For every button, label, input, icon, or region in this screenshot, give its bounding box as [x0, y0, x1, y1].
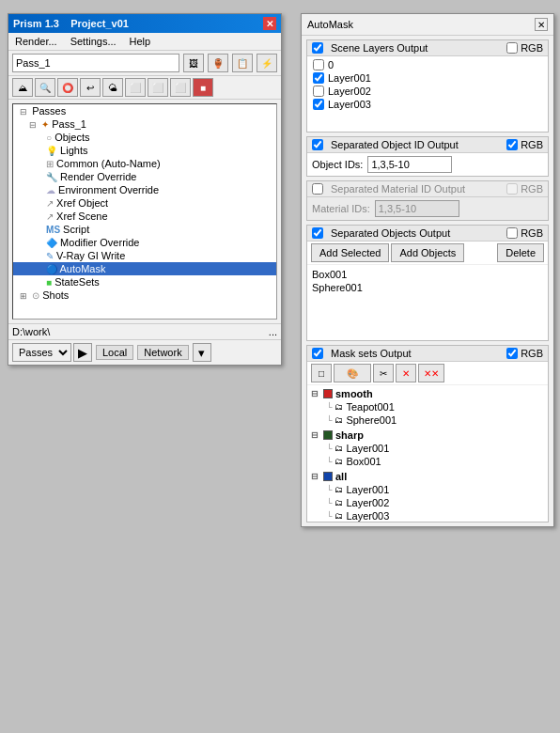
pass-icon-btn3[interactable]: 📋	[232, 54, 253, 72]
prism-close-button[interactable]: ✕	[263, 17, 276, 30]
automask-close-button[interactable]: ✕	[535, 18, 548, 31]
tree-vray-gi[interactable]: ✎ V-Ray GI Write	[13, 249, 276, 262]
tree-automask[interactable]: 🔵 AutoMask	[13, 262, 276, 275]
ms-group-all-header[interactable]: ⊟ all	[311, 470, 544, 483]
menu-render[interactable]: Render...	[12, 35, 60, 48]
sep-object-id-rgb-checkbox[interactable]	[506, 139, 518, 150]
pass-input[interactable]	[12, 54, 179, 72]
mask-sets-rgb-checkbox[interactable]	[506, 348, 518, 359]
toolbar-btn8[interactable]: ⬜	[170, 78, 191, 97]
ms-del-btn2[interactable]: ✕	[396, 364, 416, 382]
tree-xref-object[interactable]: ↗ Xref Object	[13, 196, 276, 210]
sep-material-id-rgb-checkbox[interactable]	[506, 183, 518, 195]
layer-0-checkbox[interactable]	[313, 59, 324, 70]
toolbar-btn3[interactable]: ⭕	[57, 78, 78, 97]
layer-0-item: 0	[311, 58, 544, 71]
scene-layers-rgb-checkbox[interactable]	[506, 42, 518, 54]
ms-del-btn3[interactable]: ✕✕	[418, 364, 444, 382]
toolbar-btn5[interactable]: 🌤	[102, 78, 123, 97]
toolbar-btn9[interactable]: ■	[193, 78, 213, 97]
layer002-checkbox[interactable]	[313, 86, 324, 97]
nav-network-btn[interactable]: Network	[137, 345, 188, 360]
object-sphere001: Sphere001	[312, 281, 543, 294]
sep-objects-checkbox[interactable]	[312, 227, 323, 239]
scene-layers-section: Scene Layers Output RGB 0 Layer001 Layer…	[306, 39, 549, 133]
toolbar-btn7[interactable]: ⬜	[148, 78, 168, 97]
toolbar-btn4[interactable]: ↩	[80, 78, 101, 97]
object-box001: Box001	[312, 268, 543, 281]
object-ids-input[interactable]	[367, 156, 452, 173]
tree-script[interactable]: MS Script	[13, 223, 276, 236]
ms-group-all: ⊟ all └ 🗂 Layer001 └ 🗂 Layer002 └ 🗂	[311, 470, 544, 522]
tree-xref-scene[interactable]: ↗ Xref Scene	[13, 210, 276, 223]
toolbar-btn2[interactable]: 🔍	[35, 78, 55, 97]
nav-extra-btn[interactable]: ▾	[193, 343, 211, 362]
toolbar-btn1[interactable]: ⛰	[12, 78, 33, 97]
toolbar-btn6[interactable]: ⬜	[125, 78, 146, 97]
sharp-color-swatch	[323, 430, 333, 440]
delete-button[interactable]: Delete	[497, 243, 544, 262]
tree-render-override[interactable]: 🔧 Render Override	[13, 170, 276, 183]
tree-env-override[interactable]: ☁ Environment Override	[13, 183, 276, 196]
layer-0-name: 0	[328, 59, 334, 70]
scene-layers-checkbox[interactable]	[312, 42, 323, 54]
tree-statesets[interactable]: ■ StateSets	[13, 275, 276, 289]
ms-group-sharp-header[interactable]: ⊟ sharp	[311, 429, 544, 442]
ms-sharp-box001: └ 🗂 Box001	[311, 455, 544, 468]
sep-material-id-header: Separated Material ID Output RGB	[307, 181, 548, 197]
sep-object-id-label: Separated Object ID Output	[331, 139, 459, 150]
ms-add-btn[interactable]: □	[311, 364, 332, 382]
tree-modifier-override[interactable]: 🔷 Modifier Override	[13, 236, 276, 249]
menu-settings[interactable]: Settings...	[68, 35, 119, 48]
nav-play-btn[interactable]: ▶	[73, 343, 92, 362]
tree-objects[interactable]: ○ Objects	[13, 131, 276, 144]
sep-object-ids-row: Object IDs:	[307, 153, 548, 176]
tree-lights[interactable]: 💡 Lights	[13, 144, 276, 157]
sep-objects-section: Separated Objects Output RGB Add Selecte…	[306, 225, 549, 341]
path-bar: D:\work\ ...	[8, 324, 281, 339]
mask-sets-header: Mask sets Output RGB	[307, 346, 548, 362]
all-group-label: all	[335, 471, 347, 482]
pass-icon-btn4[interactable]: ⚡	[257, 54, 277, 72]
nav-select[interactable]: Passes	[12, 343, 71, 362]
tree-common[interactable]: ⊞ Common (Auto-Name)	[13, 157, 276, 170]
layer003-checkbox[interactable]	[313, 99, 324, 110]
sep-object-id-checkbox[interactable]	[312, 139, 323, 150]
tree-shots[interactable]: ⊞ ⊙ Shots	[13, 289, 276, 302]
mask-sets-rgb-label: RGB	[521, 348, 543, 359]
pass-selector-row: 🖼 🏺 📋 ⚡	[8, 51, 281, 76]
tree-passes-root[interactable]: ⊟ Passes	[13, 104, 276, 117]
ms-del-btn1[interactable]: ✂	[373, 364, 394, 382]
ms-sphere001: └ 🗂 Sphere001	[311, 413, 544, 427]
menu-help[interactable]: Help	[127, 35, 154, 48]
mask-sets-tree: ⊟ smooth └ 🗂 Teapot001 └ 🗂 Sphere001	[307, 385, 548, 522]
ms-group-smooth: ⊟ smooth └ 🗂 Teapot001 └ 🗂 Sphere001	[311, 387, 544, 427]
pass-icon-btn2[interactable]: 🏺	[208, 54, 228, 72]
sep-objects-rgb-checkbox[interactable]	[506, 227, 518, 239]
scene-layers-list: 0 Layer001 Layer002 Layer003	[307, 56, 548, 132]
pass-icon-btn1[interactable]: 🖼	[183, 54, 204, 72]
prism-bottom-bar: D:\work\ ... Passes ▶ Local Network ▾	[8, 323, 281, 365]
ms-group-smooth-header[interactable]: ⊟ smooth	[311, 387, 544, 400]
scene-layers-rgb-label: RGB	[521, 42, 543, 54]
nav-local-btn[interactable]: Local	[96, 345, 133, 360]
smooth-group-label: smooth	[335, 388, 373, 399]
layer001-checkbox[interactable]	[313, 72, 324, 84]
mask-sets-checkbox[interactable]	[312, 348, 323, 359]
all-color-swatch	[323, 472, 333, 481]
sep-material-id-checkbox[interactable]	[312, 183, 323, 195]
ms-edit-btn[interactable]: 🎨	[334, 364, 371, 382]
nav-dropdown: Passes ▶	[12, 343, 92, 362]
sep-objects-rgb-label: RGB	[521, 227, 543, 239]
automask-title-text: AutoMask	[307, 19, 353, 30]
sep-objects-buttons-row: Add Selected Add Objects Delete	[307, 242, 548, 265]
object-ids-label: Object IDs:	[312, 159, 363, 170]
sep-material-id-rgb-label: RGB	[521, 183, 543, 195]
add-objects-button[interactable]: Add Objects	[391, 243, 464, 262]
automask-window: AutoMask ✕ Scene Layers Output RGB 0 Lay…	[301, 13, 554, 527]
sep-object-id-rgb-label: RGB	[521, 139, 543, 150]
layer002-name: Layer002	[328, 86, 371, 97]
add-selected-button[interactable]: Add Selected	[311, 243, 389, 262]
tree-pass1-node[interactable]: ⊟ ✦ Pass_1	[13, 117, 276, 131]
sep-material-id-section: Separated Material ID Output RGB Materia…	[306, 180, 549, 221]
